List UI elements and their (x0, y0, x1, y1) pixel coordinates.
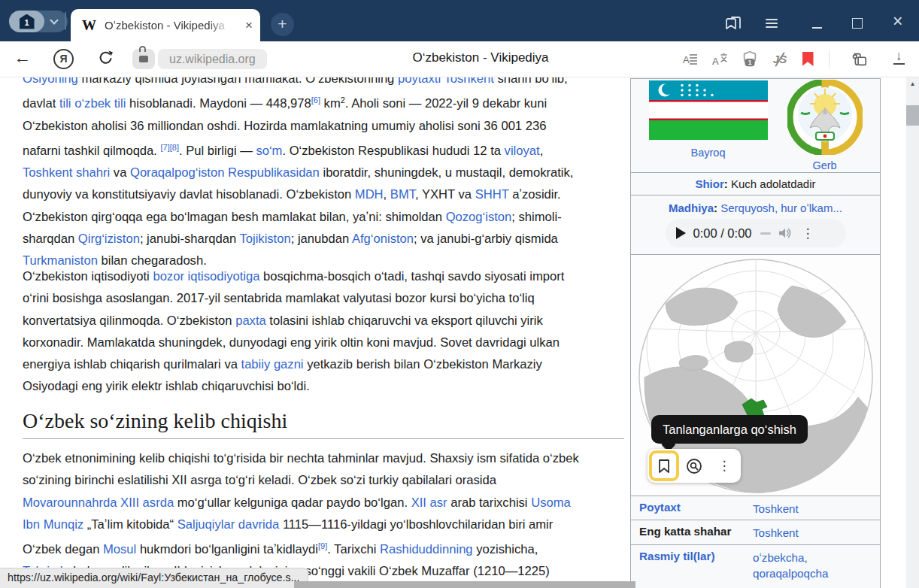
navigation-toolbar: ← Я uz.wikipedia.org Oʻzbekiston - Vikip… (0, 41, 919, 77)
javascript-disabled-icon[interactable]: JS (771, 50, 789, 68)
wiki-link[interactable]: Rashiduddinning (380, 542, 473, 556)
audio-player: 0:00 / 0:00 ⋮ (666, 219, 846, 247)
paragraph-intro: Osiyoning markaziy qismida joylashgan ma… (23, 68, 573, 272)
collections-icon[interactable] (850, 50, 868, 68)
text-line: Oʻzbek degan Mosul hukmdori boʻlganligin… (23, 535, 579, 560)
anthem-link[interactable]: Serquyosh, hur oʻlkam... (720, 202, 842, 214)
wiki-link[interactable]: Mosul (103, 542, 136, 556)
wiki-link[interactable]: XIII asrda (120, 496, 174, 510)
protect-shield-icon[interactable]: 1 (741, 50, 759, 68)
tab-counter-button[interactable]: 1 (9, 11, 68, 32)
wiki-link[interactable]: Ibn Munqiz (23, 517, 83, 532)
reference-link[interactable]: [7][8] (161, 143, 179, 152)
text-line: oʻrini bosishga asoslangan. 2017-yil sen… (23, 287, 564, 309)
reference-link[interactable]: [9] (318, 541, 327, 550)
wiki-link[interactable]: Qirgʻiziston (78, 232, 140, 246)
seek-bar[interactable] (760, 232, 771, 235)
text-line: Oʻzbekiston qirgʻoqqa ega boʻlmagan besh… (23, 206, 573, 228)
back-button[interactable]: ← (14, 47, 31, 68)
wiki-link[interactable]: paxta (235, 314, 266, 328)
row-label[interactable]: Rasmiy til(lar) (631, 550, 745, 562)
browser-window: 1 W Oʻzbekiston - Vikipediya × + × ← Я (0, 0, 919, 588)
wiki-link[interactable]: bozor iqtisodiyotiga (153, 269, 259, 283)
address-bar-domain[interactable]: uz.wikipedia.org (158, 49, 267, 69)
bookmark-outline-icon (658, 459, 670, 474)
svg-text:A: A (683, 54, 690, 65)
reference-link[interactable]: [6] (311, 95, 320, 105)
bookmark-filled-icon (802, 52, 814, 66)
wiki-link[interactable]: Usoma (531, 496, 571, 510)
more-actions-button[interactable]: ⋮ (709, 450, 739, 481)
play-icon[interactable] (676, 227, 686, 239)
row-value[interactable]: Toshkent (745, 525, 869, 541)
wikipedia-logo: W (82, 17, 96, 34)
text-line: Movarounnahrda XIII asrda moʻgʻullar kel… (23, 492, 579, 514)
wiki-link[interactable]: soʻm (256, 144, 282, 158)
country-infobox: Bayroq Gerb Shi (630, 78, 881, 588)
wiki-link[interactable]: Qoraqalpogʻiston Respublikasidan (130, 165, 320, 180)
anthem-label[interactable]: Madhiya (669, 202, 714, 214)
motto-label[interactable]: Shior (695, 177, 723, 190)
new-tab-button[interactable]: + (271, 13, 294, 36)
text-line: Oʻzbekiston aholisi 36 milliondan oshdi.… (23, 115, 573, 137)
wiki-link[interactable]: viloyat (505, 144, 540, 158)
emblem-figure: Gerb (787, 79, 863, 172)
search-by-image-button[interactable] (679, 450, 709, 481)
chevron-down-icon[interactable] (50, 16, 58, 24)
wiki-link[interactable]: Saljuqiylar davrida (177, 517, 280, 532)
row-label: Eng katta shahar (631, 525, 745, 538)
bookmark-page-button[interactable] (799, 50, 817, 68)
horizontal-scrollbar-thumb[interactable] (294, 581, 635, 588)
wiki-link[interactable]: Afgʻoniston (352, 232, 414, 246)
wiki-link[interactable]: XII asr (411, 496, 447, 510)
text-line: energiya ishlab chiqarish qurilmalari va… (23, 353, 564, 375)
row-value[interactable]: Toshkent (745, 501, 869, 517)
wiki-link[interactable]: Movarounnahrda (23, 496, 117, 510)
infobox-row-capital: Poytaxt Toshkent (631, 496, 880, 520)
wiki-link[interactable]: oʻzbek tili (74, 96, 126, 111)
window-minimize-button[interactable] (812, 27, 822, 29)
tab-close-icon[interactable]: × (245, 18, 253, 33)
row-label[interactable]: Poytaxt (631, 501, 745, 514)
window-maximize-button[interactable] (852, 18, 863, 29)
add-to-favorites-button[interactable] (649, 450, 679, 481)
vertical-scrollbar-track[interactable] (906, 77, 919, 588)
downloads-button[interactable]: ↓ (890, 50, 908, 68)
player-menu-icon[interactable]: ⋮ (801, 226, 814, 241)
wiki-link[interactable]: BMT (390, 187, 415, 202)
wiki-link[interactable]: tabiiy gazni (241, 357, 304, 371)
wiki-link[interactable]: MDH (355, 187, 384, 202)
vertical-scrollbar-thumb[interactable] (906, 105, 919, 126)
emblem-caption[interactable]: Gerb (787, 159, 863, 171)
wiki-link[interactable]: tili (59, 96, 71, 111)
paragraph-etymology: Oʻzbek etnonimining kelib chiqishi toʻgʻ… (23, 447, 579, 583)
reader-mode-icon[interactable]: A (681, 50, 699, 68)
wiki-link[interactable]: Tojikiston (239, 232, 290, 246)
window-close-button[interactable]: × (893, 14, 902, 29)
infobox-row-largest-city: Eng katta shahar Toshkent (631, 520, 880, 544)
browser-menu-icon[interactable] (766, 17, 778, 30)
coat-of-arms-image[interactable] (787, 80, 863, 155)
add-to-favorites-tooltip: Tanlanganlarga qoʻshish (651, 415, 808, 444)
text-line: dunyoviy va konstitutsiyaviy davlat hiso… (23, 183, 573, 205)
text-line: Osiyodagi eng yirik elektr ishlab chiqar… (23, 375, 564, 397)
flag-caption[interactable]: Bayroq (649, 147, 768, 159)
yandex-logo-icon[interactable]: Я (53, 49, 74, 69)
reload-button[interactable] (97, 49, 115, 67)
text-line: konvertatsiya qilinmoqda. Oʻzbekiston pa… (23, 310, 564, 332)
site-security-button[interactable] (132, 49, 155, 69)
row-value[interactable]: oʻzbekcha, qoraqalpoqcha (745, 550, 869, 581)
wiki-link[interactable]: Toshkent shahri (23, 165, 110, 180)
side-panels-icon[interactable] (724, 14, 744, 32)
browser-tab[interactable]: W Oʻzbekiston - Vikipediya × (71, 9, 260, 41)
text-line: Ibn Munqiz „Taʼlim kitobida“ Saljuqiylar… (23, 514, 579, 535)
flag-image[interactable] (649, 80, 768, 140)
wiki-link[interactable]: Qozogʻiston (446, 210, 512, 224)
tab-counter[interactable]: 1 (9, 11, 44, 32)
wiki-link[interactable]: SHHT (475, 187, 509, 202)
translate-icon[interactable]: A (711, 50, 729, 68)
volume-icon[interactable] (778, 227, 792, 239)
download-arrow-icon: ↓ (890, 50, 908, 62)
scrollbar-up-arrow[interactable]: ▲ (906, 80, 919, 87)
motto-row: Shior: Kuch adolatdadir (631, 172, 880, 195)
